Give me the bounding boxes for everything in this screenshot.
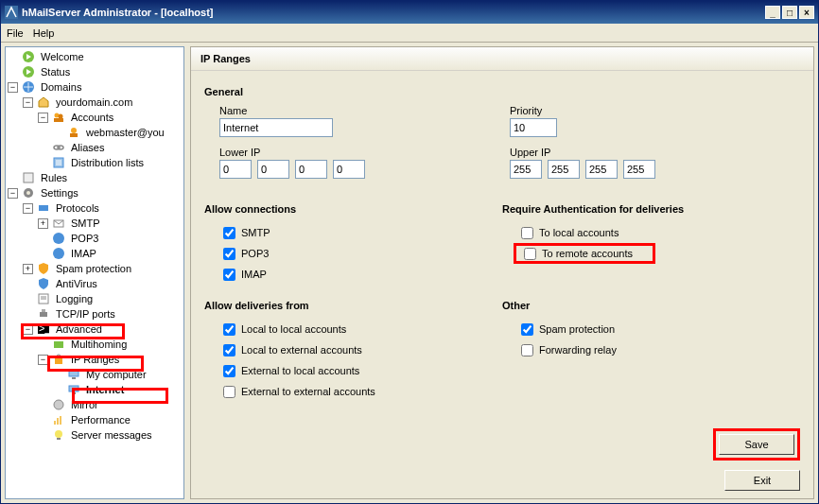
- upperip-2[interactable]: [548, 160, 580, 179]
- rules-icon: [21, 170, 36, 185]
- tree-tcpip[interactable]: TCP/IP ports: [54, 307, 117, 321]
- priority-label: Priority: [510, 105, 800, 116]
- tree-advanced[interactable]: Advanced: [54, 322, 104, 336]
- tree-ipranges[interactable]: IP Ranges: [69, 353, 121, 366]
- tree-accounts[interactable]: Accounts: [69, 111, 115, 124]
- tree-protocols[interactable]: Protocols: [54, 201, 101, 215]
- collapse-icon[interactable]: −: [38, 113, 48, 123]
- tree-spam[interactable]: Spam protection: [54, 262, 133, 275]
- svg-point-20: [53, 233, 64, 244]
- lbl-auth-local: To local accounts: [539, 227, 619, 238]
- tree-mirror[interactable]: Mirror: [69, 398, 100, 411]
- lbl-smtp: SMTP: [241, 227, 270, 238]
- svg-rect-6: [54, 118, 63, 122]
- svg-rect-38: [60, 416, 61, 425]
- upperip-4[interactable]: [623, 160, 655, 179]
- exit-button[interactable]: Exit: [724, 470, 800, 491]
- highlight-save: Save: [713, 428, 800, 461]
- terminal-icon: >_: [36, 322, 51, 337]
- lbl-pop3: POP3: [241, 248, 269, 259]
- lbl-ll: Local to local accounts: [241, 323, 346, 335]
- lbl-spam: Spam protection: [539, 323, 615, 335]
- tree-logging[interactable]: Logging: [54, 292, 95, 305]
- chk-ll[interactable]: [223, 323, 235, 336]
- chk-pop3[interactable]: [223, 248, 235, 260]
- chk-auth-local[interactable]: [521, 227, 533, 239]
- lbl-fwd: Forwarding relay: [539, 344, 617, 356]
- upperip-1[interactable]: [510, 160, 542, 179]
- chk-spam[interactable]: [521, 323, 533, 336]
- tree-pane[interactable]: Welcome Status −Domains −yourdomain.com …: [5, 46, 184, 499]
- svg-point-39: [55, 430, 62, 438]
- tree-distlists[interactable]: Distribution lists: [69, 156, 146, 169]
- svg-point-21: [53, 248, 64, 259]
- upperip-label: Upper IP: [510, 147, 800, 158]
- close-button[interactable]: ×: [799, 6, 814, 19]
- tree-domain[interactable]: yourdomain.com: [54, 96, 134, 109]
- tree-pop3[interactable]: POP3: [69, 232, 100, 245]
- tree-welcome[interactable]: Welcome: [39, 50, 86, 63]
- svg-rect-31: [69, 371, 78, 376]
- save-button[interactable]: Save: [719, 434, 794, 455]
- svg-rect-25: [40, 312, 47, 317]
- tree-settings[interactable]: Settings: [39, 186, 80, 200]
- tree-internet[interactable]: Internet: [84, 383, 126, 396]
- collapse-icon[interactable]: −: [8, 82, 18, 93]
- chk-el[interactable]: [223, 365, 235, 377]
- lowerip-label: Lower IP: [219, 147, 510, 158]
- chk-smtp[interactable]: [223, 227, 235, 239]
- arrow-right-icon: [21, 49, 36, 64]
- name-input[interactable]: [219, 118, 333, 137]
- priority-input[interactable]: [510, 118, 557, 137]
- lowerip-4[interactable]: [333, 160, 365, 179]
- lowerip-1[interactable]: [219, 160, 252, 179]
- lowerip-3[interactable]: [295, 160, 327, 179]
- svg-rect-32: [72, 377, 76, 379]
- svg-rect-40: [57, 438, 61, 440]
- tree-account[interactable]: webmaster@you: [84, 126, 166, 139]
- collapse-icon[interactable]: −: [23, 203, 33, 214]
- protocol-icon: [36, 200, 51, 216]
- section-general: General: [204, 86, 800, 97]
- tree-multihoming[interactable]: Multihoming: [69, 338, 129, 351]
- collapse-icon[interactable]: −: [8, 188, 18, 199]
- page-title: IP Ranges: [191, 47, 813, 71]
- tree-antivirus[interactable]: AntiVirus: [54, 277, 99, 290]
- maximize-button[interactable]: □: [782, 6, 797, 19]
- lowerip-2[interactable]: [257, 160, 289, 179]
- users-icon: [51, 110, 66, 125]
- collapse-icon[interactable]: −: [38, 355, 48, 365]
- tree-servermsg[interactable]: Server messages: [69, 428, 154, 442]
- collapse-icon[interactable]: −: [23, 97, 33, 108]
- upperip-3[interactable]: [585, 160, 618, 179]
- expand-icon[interactable]: +: [38, 218, 48, 229]
- tree-status[interactable]: Status: [39, 65, 72, 78]
- chk-auth-remote[interactable]: [524, 248, 536, 260]
- collapse-icon[interactable]: −: [23, 324, 33, 335]
- shield-icon: [36, 276, 51, 291]
- tree-performance[interactable]: Performance: [69, 413, 132, 426]
- section-other: Other: [502, 300, 800, 311]
- chk-ee[interactable]: [223, 386, 235, 398]
- titlebar[interactable]: hMailServer Administrator - [localhost] …: [1, 1, 818, 24]
- tree-imap[interactable]: IMAP: [69, 247, 98, 260]
- chk-le[interactable]: [223, 344, 235, 356]
- tree-mycomputer[interactable]: My computer: [84, 368, 148, 381]
- chk-fwd[interactable]: [521, 344, 533, 356]
- globe-icon: [51, 246, 66, 261]
- app-icon: [5, 6, 18, 19]
- chk-imap[interactable]: [223, 269, 235, 281]
- menu-file[interactable]: File: [7, 27, 24, 39]
- lbl-auth-remote: To remote accounts: [542, 248, 633, 259]
- mail-icon: [51, 216, 66, 231]
- section-reqauth: Require Authentication for deliveries: [502, 203, 800, 215]
- tree-rules[interactable]: Rules: [39, 171, 69, 184]
- menu-help[interactable]: Help: [33, 27, 55, 39]
- tree-domains[interactable]: Domains: [39, 80, 83, 94]
- lbl-el: External to local accounts: [241, 365, 359, 376]
- tree-smtp[interactable]: SMTP: [69, 217, 102, 230]
- globe-icon: [21, 79, 36, 95]
- minimize-button[interactable]: _: [765, 6, 780, 19]
- expand-icon[interactable]: +: [23, 264, 33, 274]
- tree-aliases[interactable]: Aliases: [69, 141, 106, 154]
